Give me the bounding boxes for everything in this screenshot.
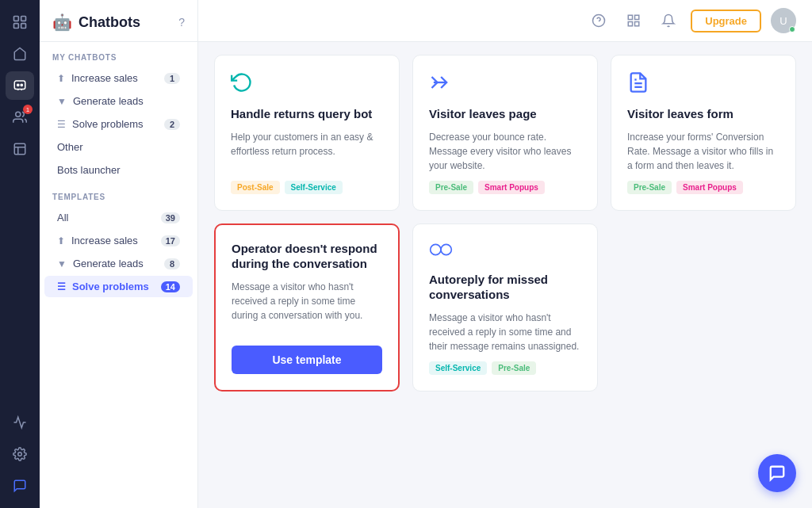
tpl-all-count: 39 xyxy=(161,212,180,223)
tpl-increase-sales-icon: ⬆ xyxy=(57,235,65,246)
tpl-solve-problems-count: 14 xyxy=(161,281,180,292)
nav-home[interactable] xyxy=(6,40,34,68)
generate-leads-icon: ▼ xyxy=(57,96,67,107)
sidebar-item-other[interactable]: Other xyxy=(44,136,193,158)
tag-smart-popups: Smart Popups xyxy=(478,181,545,194)
card-visitor-leaves-page: Visitor leaves page Decrease your bounce… xyxy=(412,55,598,211)
card-3-desc: Increase your forms' Conversion Rate. Me… xyxy=(627,130,779,173)
grid-icon[interactable] xyxy=(621,8,646,33)
tag-pre-sale-3: Pre-Sale xyxy=(492,361,536,375)
nav-logo[interactable] xyxy=(6,8,34,36)
tag-pre-sale-2: Pre-Sale xyxy=(627,181,672,194)
tpl-solve-problems-icon: ☰ xyxy=(57,281,66,292)
svg-rect-13 xyxy=(629,22,633,26)
card-5-desc: Message a visitor who hasn't received a … xyxy=(429,311,581,353)
sidebar-item-tpl-increase-sales[interactable]: ⬆ Increase sales 17 xyxy=(44,230,193,251)
card-1-tags: Post-Sale Self-Service xyxy=(231,181,383,194)
card-2-title: Visitor leaves page xyxy=(429,106,581,122)
svg-rect-1 xyxy=(21,17,26,21)
tag-self-service: Self-Service xyxy=(285,181,343,194)
card-2-tags: Pre-Sale Smart Popups xyxy=(429,181,581,194)
autoreply-icon xyxy=(429,240,581,264)
user-avatar[interactable]: U xyxy=(771,8,796,33)
card-operator-no-respond: Operator doesn't respond during the conv… xyxy=(214,223,400,392)
tag-pre-sale: Pre-Sale xyxy=(429,181,473,194)
sidebar-help-icon[interactable]: ? xyxy=(178,16,185,29)
use-template-button[interactable]: Use template xyxy=(232,346,382,374)
sidebar-item-tpl-all[interactable]: All 39 xyxy=(44,207,193,228)
sidebar: 🤖 Chatbots ? MY CHATBOTS ⬆ Increase sale… xyxy=(40,0,198,508)
card-5-title: Autoreply for missed conversations xyxy=(429,272,581,303)
svg-point-9 xyxy=(18,453,22,456)
svg-point-17 xyxy=(431,244,441,254)
sidebar-title: Chatbots xyxy=(79,14,140,31)
sidebar-item-label: Generate leads xyxy=(73,95,144,107)
tag-post-sale: Post-Sale xyxy=(231,181,280,194)
sidebar-item-tpl-generate-leads[interactable]: ▼ Generate leads 8 xyxy=(44,253,193,274)
card-5-tags: Self-Service Pre-Sale xyxy=(429,361,581,375)
nav-settings[interactable] xyxy=(6,440,34,468)
help-icon[interactable] xyxy=(586,8,611,33)
card-2-desc: Decrease your bounce rate. Message every… xyxy=(429,130,581,173)
svg-rect-8 xyxy=(14,143,25,155)
nav-reports[interactable] xyxy=(6,135,34,163)
card-1-title: Handle returns query bot xyxy=(231,106,383,122)
nav-analytics[interactable] xyxy=(6,408,34,437)
tag-smart-popups-2: Smart Popups xyxy=(676,181,743,194)
sidebar-item-label: Solve problems xyxy=(72,281,149,292)
svg-rect-11 xyxy=(629,15,633,19)
tpl-generate-leads-count: 8 xyxy=(164,258,180,269)
sidebar-item-tpl-solve-problems[interactable]: ☰ Solve problems 14 xyxy=(44,276,193,297)
nav-chatbots[interactable] xyxy=(6,71,34,100)
sidebar-item-bots-launcher[interactable]: Bots launcher xyxy=(44,159,193,181)
sidebar-item-label: Bots launcher xyxy=(57,164,121,176)
card-visitor-leaves-form: Visitor leaves form Increase your forms'… xyxy=(611,55,796,211)
contacts-badge: 1 xyxy=(23,105,33,114)
card-4-title: Operator doesn't respond during the conv… xyxy=(232,241,382,272)
tag-self-service-2: Self-Service xyxy=(429,361,487,375)
card-autoreply: Autoreply for missed conversations Messa… xyxy=(412,223,598,392)
svg-rect-12 xyxy=(635,15,639,19)
nav-contacts[interactable]: 1 xyxy=(6,103,34,132)
bell-icon[interactable] xyxy=(656,8,681,33)
online-indicator xyxy=(789,26,795,32)
sidebar-item-label: Other xyxy=(57,141,83,153)
sidebar-item-solve-problems[interactable]: ☰ Solve problems 2 xyxy=(44,113,193,135)
sidebar-item-generate-leads[interactable]: ▼ Generate leads xyxy=(44,90,193,112)
sidebar-header: 🤖 Chatbots ? xyxy=(40,0,197,42)
sidebar-item-increase-sales[interactable]: ⬆ Increase sales 1 xyxy=(44,67,193,89)
increase-sales-count: 1 xyxy=(164,73,180,84)
sidebar-item-label: Solve problems xyxy=(72,118,144,130)
card-3-title: Visitor leaves form xyxy=(627,106,779,122)
solve-problems-icon: ☰ xyxy=(57,119,66,130)
my-chatbots-label: MY CHATBOTS xyxy=(40,42,197,67)
card-1-desc: Help your customers in an easy & effortl… xyxy=(231,130,383,173)
sidebar-item-label: Increase sales xyxy=(71,72,138,84)
svg-rect-14 xyxy=(635,22,639,26)
svg-rect-2 xyxy=(14,24,19,29)
cards-grid: Handle returns query bot Help your custo… xyxy=(214,55,796,392)
card-4-desc: Message a visitor who hasn't received a … xyxy=(232,280,382,323)
svg-rect-4 xyxy=(14,81,25,90)
upgrade-button[interactable]: Upgrade xyxy=(691,10,761,32)
tpl-increase-sales-count: 17 xyxy=(161,235,180,246)
visitor-form-icon xyxy=(627,71,779,98)
cards-container: Handle returns query bot Help your custo… xyxy=(198,42,812,508)
sidebar-item-label: Increase sales xyxy=(71,235,138,246)
main-content: Upgrade U Handle returns query bot Help … xyxy=(198,0,812,508)
nav-chat[interactable] xyxy=(6,472,34,500)
chatbots-icon: 🤖 xyxy=(52,13,72,32)
svg-point-18 xyxy=(441,244,451,254)
card-handle-returns: Handle returns query bot Help your custo… xyxy=(214,55,400,211)
icon-navigation: 1 xyxy=(0,0,40,508)
increase-sales-icon: ⬆ xyxy=(57,73,65,84)
svg-rect-3 xyxy=(21,24,26,29)
card-3-tags: Pre-Sale Smart Popups xyxy=(627,181,779,194)
templates-label: TEMPLATES xyxy=(40,181,197,206)
sidebar-item-label: Generate leads xyxy=(73,258,144,269)
solve-problems-count: 2 xyxy=(164,119,180,130)
chat-bubble[interactable] xyxy=(758,454,796,492)
sidebar-item-label: All xyxy=(57,212,68,223)
svg-point-5 xyxy=(17,84,19,86)
visitor-page-icon xyxy=(429,71,581,98)
